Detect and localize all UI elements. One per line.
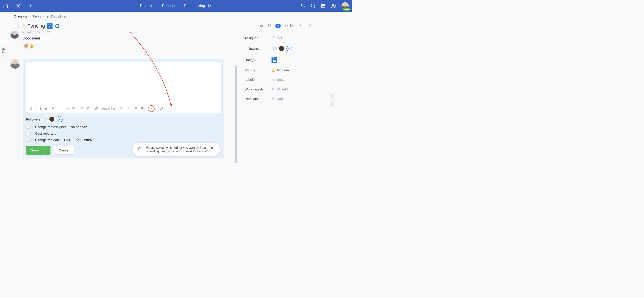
nav-time-tracking[interactable]: Time tracking bbox=[184, 4, 205, 8]
watch-badge[interactable] bbox=[275, 24, 281, 28]
toggle-assignee[interactable] bbox=[26, 125, 33, 129]
gear-icon[interactable] bbox=[16, 3, 21, 8]
editor-textarea[interactable] bbox=[26, 62, 221, 104]
svg-point-21 bbox=[273, 36, 274, 38]
save-dropdown-button[interactable] bbox=[44, 146, 50, 154]
video-icon[interactable] bbox=[141, 106, 145, 111]
trash-icon[interactable] bbox=[138, 147, 142, 152]
paperclip-icon[interactable] bbox=[95, 106, 98, 111]
svg-point-4 bbox=[332, 4, 334, 6]
quote-icon[interactable]: ❝ bbox=[60, 106, 62, 111]
attach-file-label[interactable]: Attach file bbox=[101, 107, 115, 110]
breadcrumb-leaf[interactable]: Disciplines bbox=[51, 14, 67, 18]
svg-rect-3 bbox=[322, 4, 325, 8]
labels-label: Labels bbox=[244, 78, 272, 82]
follower-avatar[interactable] bbox=[49, 116, 55, 122]
cost-toggle-row: Cost reports... bbox=[26, 132, 221, 135]
priority-label: Priority bbox=[244, 68, 272, 72]
comment-avatar bbox=[10, 32, 19, 38]
clock-icon bbox=[277, 87, 280, 91]
svg-text:3: 3 bbox=[87, 108, 88, 110]
assignee-setter[interactable]: Set... bbox=[272, 36, 285, 40]
task-checkbox[interactable] bbox=[14, 24, 19, 28]
scrollbar[interactable] bbox=[235, 32, 238, 163]
cancel-button[interactable]: Cancel bbox=[54, 146, 74, 154]
bold-icon[interactable]: B bbox=[30, 107, 32, 110]
task-header: Fencing Jun 6 ⋮ bbox=[0, 21, 352, 32]
number-list-icon[interactable]: 123 bbox=[86, 106, 90, 111]
more-vertical-icon[interactable]: ⋮ bbox=[46, 14, 49, 18]
bullet-list-icon[interactable] bbox=[80, 106, 84, 111]
recording-tooltip: Please select which editor you want to i… bbox=[132, 143, 220, 156]
trial-badge: TRIAL bbox=[343, 8, 350, 10]
link-icon[interactable] bbox=[285, 24, 288, 28]
followers-row: Followers: bbox=[26, 116, 221, 122]
svg-marker-23 bbox=[272, 88, 274, 90]
svg-point-9 bbox=[278, 26, 278, 26]
add-follower-button[interactable] bbox=[286, 46, 292, 51]
microphone-icon[interactable] bbox=[134, 106, 138, 111]
labels-setter[interactable]: Set... bbox=[272, 78, 285, 82]
calendar-icon[interactable] bbox=[321, 3, 326, 8]
indent-icon[interactable] bbox=[72, 106, 76, 111]
date-chip[interactable]: Jun 6 bbox=[47, 23, 52, 29]
svg-point-12 bbox=[80, 109, 81, 109]
editor-toolbar: B I S ❝ </> 123 bbox=[26, 104, 221, 113]
strike-icon[interactable]: S bbox=[40, 107, 42, 110]
breadcrumb: Olympics › Tasks › ⋮ Disciplines bbox=[0, 12, 352, 21]
play-icon[interactable] bbox=[208, 4, 212, 8]
star-icon[interactable] bbox=[260, 24, 264, 28]
tag-icon bbox=[272, 78, 275, 82]
svg-rect-16 bbox=[136, 107, 136, 108]
editor-avatar bbox=[10, 59, 20, 69]
search-icon[interactable] bbox=[310, 3, 316, 8]
plus-icon[interactable] bbox=[28, 3, 33, 8]
play-icon bbox=[272, 87, 275, 91]
undo-icon[interactable] bbox=[120, 106, 123, 111]
svg-marker-1 bbox=[209, 4, 211, 7]
comment-body: Good idea! bbox=[22, 36, 224, 40]
italic-icon[interactable]: I bbox=[36, 107, 36, 110]
followers-label: Followers: bbox=[26, 117, 41, 121]
nav-reports[interactable]: Reports bbox=[162, 4, 174, 8]
breadcrumb-root[interactable]: Olympics bbox=[14, 14, 28, 18]
home-icon[interactable] bbox=[3, 3, 8, 8]
people-icon[interactable] bbox=[331, 3, 336, 8]
user-avatar[interactable]: TRIAL bbox=[342, 2, 349, 10]
breadcrumb-tasks[interactable]: Tasks bbox=[32, 14, 41, 18]
bell-icon[interactable] bbox=[300, 3, 305, 8]
thumbs-up-icon: 👍 bbox=[29, 44, 34, 48]
assignee-toggle-row: Change the assignee... No one yet. bbox=[26, 125, 221, 129]
work-reports-setter[interactable]: Add... bbox=[272, 87, 290, 91]
check-insert-button[interactable] bbox=[148, 105, 154, 112]
code-icon[interactable]: </> bbox=[65, 107, 69, 110]
plus-icon bbox=[272, 97, 275, 101]
assignee-label: Assignee bbox=[244, 36, 272, 40]
add-follower-button[interactable] bbox=[56, 116, 63, 122]
main-area: Added 4/17 at 14:49 Good idea! 👍 B I S bbox=[0, 32, 352, 163]
link-icon[interactable] bbox=[45, 106, 48, 111]
help-tab[interactable]: Help bbox=[0, 45, 6, 58]
scroll-down-button[interactable]: ↓ bbox=[330, 100, 335, 106]
content-column: Added 4/17 at 14:49 Good idea! 👍 B I S bbox=[0, 32, 238, 163]
toggle-date[interactable] bbox=[26, 138, 33, 142]
redo-icon[interactable] bbox=[126, 106, 130, 111]
toggle-cost[interactable] bbox=[26, 132, 33, 135]
follower-avatar[interactable] bbox=[42, 116, 48, 122]
emoji-icon[interactable] bbox=[159, 106, 163, 111]
date-toggle-row: Change the date... Thu, June 6, 2024 bbox=[26, 138, 221, 142]
highlight-icon[interactable] bbox=[52, 106, 55, 111]
nav-projects[interactable]: Projects bbox=[140, 4, 153, 8]
date-chip[interactable]: Jun 6 bbox=[272, 57, 277, 63]
scroll-up-button[interactable]: ↑ bbox=[330, 93, 335, 100]
follower-avatar[interactable] bbox=[272, 46, 277, 52]
status-ring-icon[interactable] bbox=[55, 24, 60, 28]
follower-avatar[interactable] bbox=[279, 46, 284, 52]
bell-plus-icon[interactable] bbox=[268, 24, 271, 28]
relations-setter[interactable]: Add... bbox=[272, 97, 286, 101]
save-button[interactable]: Save bbox=[26, 146, 44, 154]
priority-value[interactable]: Medium bbox=[272, 68, 289, 72]
task-title: Fencing bbox=[28, 23, 45, 29]
reaction-chip[interactable]: 👍 bbox=[22, 43, 36, 49]
svg-point-19 bbox=[160, 107, 163, 110]
